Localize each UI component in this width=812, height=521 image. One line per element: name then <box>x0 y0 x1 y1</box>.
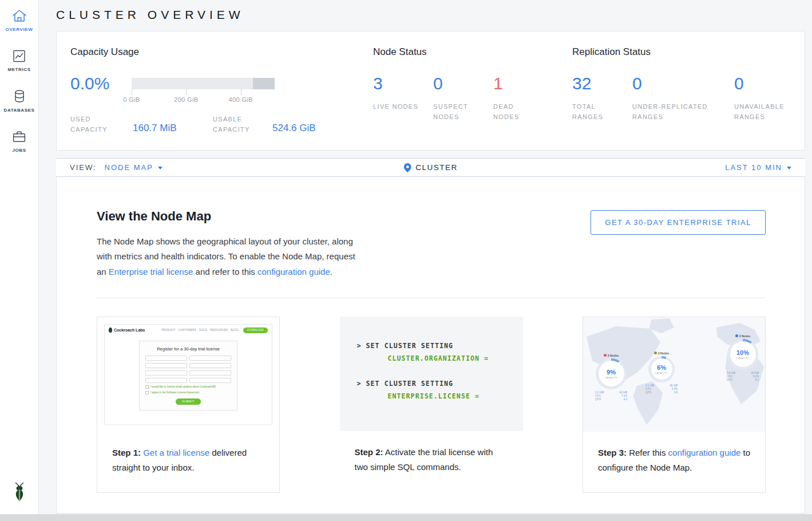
unavailable-ranges-label: UNAVAILABLE RANGES <box>734 101 794 122</box>
admin-ui-app: OVERVIEW METRICS DATABASES JOBS <box>0 0 812 514</box>
view-selector-dropdown[interactable]: NODE MAP <box>105 163 163 172</box>
step1-card: Cockroach Labs PRODUCT CUSTOMERS DOCS RE… <box>97 317 280 494</box>
sidebar-item-jobs[interactable]: JOBS <box>0 130 39 153</box>
map-locality: 3 Nodes 10%CAPACITY 3.6 GiB40 GiB CPU8.2… <box>723 334 763 381</box>
replication-status-title: Replication Status <box>572 46 794 58</box>
get-trial-license-link[interactable]: Get a trial license <box>143 448 209 457</box>
sidebar-item-label: DATABASES <box>4 108 35 113</box>
enterprise-trial-button[interactable]: GET A 30-DAY ENTERPRISE TRIAL <box>591 210 766 235</box>
capacity-usage-title: Capacity Usage <box>70 46 373 58</box>
locality-nodes: 3 Nodes <box>608 354 619 357</box>
jobs-icon <box>12 130 26 144</box>
gauge-tick <box>132 89 132 95</box>
step1-label: Step 1: <box>112 448 141 457</box>
suspect-nodes-label: SUSPECT NODES <box>433 101 480 122</box>
time-range-dropdown[interactable]: LAST 10 MIN <box>725 163 791 172</box>
dead-nodes-stat: 1 DEAD NODES <box>493 74 553 122</box>
mini-form-title: Register for a 30-day trial license <box>145 346 231 352</box>
enterprise-trial-license-link[interactable]: Enterprise trial license <box>109 267 193 277</box>
mini-form-field <box>189 370 231 376</box>
gauge-metric: CAPACITY <box>736 357 750 360</box>
used-capacity-label: USED CAPACITY <box>70 114 113 135</box>
step2-card: > SET CLUSTER SETTING CLUSTER.ORGANIZATI… <box>340 317 523 494</box>
mini-nav-item: BLOG <box>231 329 239 331</box>
step3-caption: Step 3: Refer this configuration guide t… <box>583 432 765 493</box>
description-text: and refer to this <box>196 267 255 277</box>
mini-nav-item: RESOURCES <box>210 329 228 331</box>
usable-capacity-value: 524.6 GiB <box>272 123 316 135</box>
locality-dot-icon <box>654 352 657 354</box>
live-nodes-label: LIVE NODES <box>373 101 420 112</box>
cockroachdb-logo <box>11 482 28 505</box>
configuration-guide-link[interactable]: configuration guide <box>258 267 330 277</box>
total-ranges-stat: 32 TOTAL RANGES <box>572 74 632 122</box>
scope-breadcrumb[interactable]: CLUSTER <box>403 163 458 172</box>
node-status-section: Node Status 3 LIVE NODES 0 SUSPECT NODES… <box>373 46 572 150</box>
metrics-icon <box>12 49 26 63</box>
step2-label: Step 2: <box>355 447 383 457</box>
gauge-percent: 6% <box>657 364 666 371</box>
mini-checkbox-license: I agree to the Software License Agreemen… <box>145 391 231 394</box>
gauge-tick-label: 400 GiB <box>228 96 253 103</box>
sidebar: OVERVIEW METRICS DATABASES JOBS <box>0 0 39 514</box>
description-text: . <box>330 267 332 277</box>
home-icon <box>12 9 27 23</box>
capacity-ring-gauge: 9%CAPACITY <box>596 358 627 389</box>
mini-register-form: Register for a 30-day trial license <box>139 341 237 411</box>
under-replicated-ranges-value: 0 <box>632 74 734 93</box>
view-label: VIEW: <box>70 163 97 172</box>
sidebar-item-label: METRICS <box>7 67 30 72</box>
sidebar-item-databases[interactable]: DATABASES <box>0 89 39 113</box>
cockroach-mini-logo-icon <box>109 327 112 333</box>
suspect-nodes-stat: 0 SUSPECT NODES <box>433 74 493 122</box>
dead-nodes-label: DEAD NODES <box>493 101 540 122</box>
mini-site-brand: Cockroach Labs <box>114 328 145 332</box>
view-selector-value: NODE MAP <box>105 163 153 172</box>
mini-form-field <box>189 356 231 361</box>
step3-label: Step 3: <box>598 448 627 457</box>
step1-caption: Step 1: Get a trial license delivered st… <box>97 432 279 493</box>
under-replicated-ranges-stat: 0 UNDER-REPLICATED RANGES <box>632 74 734 122</box>
locality-nodes: 3 Nodes <box>739 334 750 338</box>
sidebar-item-overview[interactable]: OVERVIEW <box>0 9 39 32</box>
sidebar-item-label: JOBS <box>12 148 26 153</box>
step1-preview-image: Cockroach Labs PRODUCT CUSTOMERS DOCS RE… <box>104 324 272 425</box>
time-range-value: LAST 10 MIN <box>725 163 782 172</box>
gauge-tick <box>186 89 187 95</box>
suspect-nodes-value: 0 <box>433 74 493 93</box>
node-map-panel: View the Node Map The Node Map shows the… <box>56 177 805 514</box>
mini-site-nav: PRODUCT CUSTOMERS DOCS RESOURCES BLOG <box>161 329 239 331</box>
configuration-guide-link[interactable]: configuration guide <box>668 448 741 457</box>
mini-form-field <box>189 363 231 368</box>
code-line: > SET CLUSTER SETTING <box>357 380 523 388</box>
chevron-down-icon <box>158 167 163 169</box>
dead-nodes-value: 1 <box>493 74 553 93</box>
used-capacity-value: 160.7 MiB <box>133 123 213 135</box>
mini-download-button: DOWNLOAD <box>243 327 268 333</box>
gauge-tick-label: 0 GiB <box>123 96 140 103</box>
capacity-percent-value: 0.0% <box>70 74 132 93</box>
sidebar-item-metrics[interactable]: METRICS <box>0 49 39 72</box>
mini-form-field <box>145 356 187 361</box>
cluster-summary-card: Capacity Usage 0.0% 0 GiB 200 GiB 400 Gi… <box>56 31 805 151</box>
mini-nav-item: PRODUCT <box>161 329 175 331</box>
node-map-description: The Node Map shows the geographical layo… <box>97 234 361 279</box>
map-locality: 3 Nodes 6%CAPACITY 2.1 GiB40 GiB CPU5.4%… <box>641 352 682 394</box>
mini-nav-item: CUSTOMERS <box>179 329 196 331</box>
total-ranges-value: 32 <box>572 74 632 93</box>
mini-form-field <box>145 378 187 383</box>
code-line: CLUSTER.ORGANIZATION = <box>388 354 523 362</box>
mini-submit-button: SUBMIT <box>176 398 201 405</box>
gauge-percent: 10% <box>736 349 749 356</box>
sql-code-sample: > SET CLUSTER SETTING CLUSTER.ORGANIZATI… <box>340 317 523 431</box>
databases-icon <box>13 89 26 104</box>
setup-steps: Cockroach Labs PRODUCT CUSTOMERS DOCS RE… <box>97 317 766 494</box>
usable-capacity-label: USABLE CAPACITY <box>213 114 260 135</box>
live-nodes-value: 3 <box>373 74 433 93</box>
locality-dot-icon <box>735 334 738 337</box>
chevron-down-icon <box>787 167 791 169</box>
locality-nodes: 3 Nodes <box>658 352 669 355</box>
map-locality: 3 Nodes 9%CAPACITY 3.2 GiB40 GiB CPU7.1%… <box>591 354 631 401</box>
gauge-metric: CAPACITY <box>605 376 618 379</box>
mini-form-field <box>145 370 187 376</box>
